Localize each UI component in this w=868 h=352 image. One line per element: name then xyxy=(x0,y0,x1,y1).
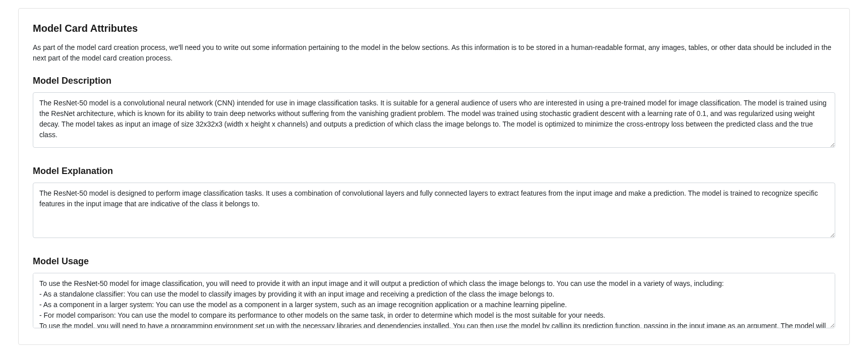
explanation-title: Model Explanation xyxy=(33,166,835,177)
model-usage-input[interactable] xyxy=(33,273,835,328)
usage-title: Model Usage xyxy=(33,256,835,267)
description-title: Model Description xyxy=(33,76,835,86)
attributes-intro: As part of the model card creation proce… xyxy=(33,42,835,64)
model-card-attributes-card: Model Card Attributes As part of the mod… xyxy=(18,8,850,345)
model-description-input[interactable] xyxy=(33,92,835,148)
model-explanation-input[interactable] xyxy=(33,183,835,238)
attributes-title: Model Card Attributes xyxy=(33,23,835,34)
